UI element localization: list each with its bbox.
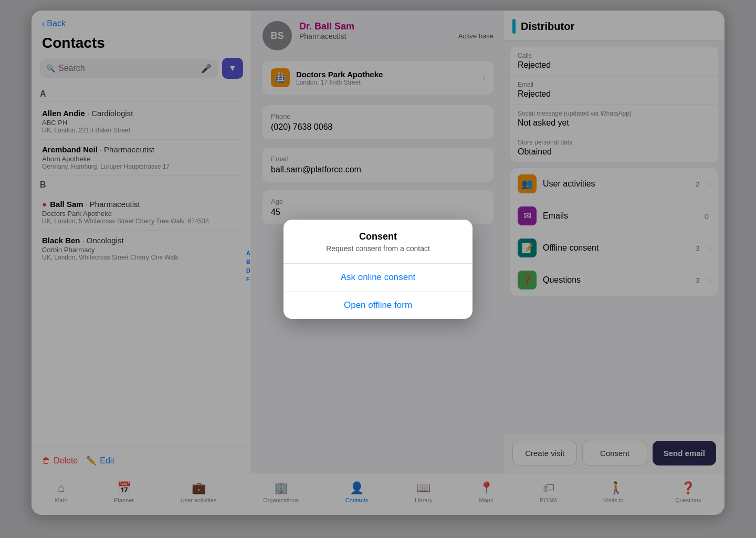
modal-header: Consent Request consent from a contact xyxy=(284,220,472,257)
modal-overlay[interactable]: Consent Request consent from a contact A… xyxy=(32,11,724,515)
modal-title: Consent xyxy=(294,231,462,242)
open-offline-form-button[interactable]: Open offline form xyxy=(284,292,472,319)
modal-subtitle: Request consent from a contact xyxy=(294,244,462,253)
ask-online-consent-button[interactable]: Ask online consent xyxy=(284,264,472,292)
consent-modal: Consent Request consent from a contact A… xyxy=(284,220,472,319)
app-container: ‹ Back Contacts 🔍 🎤 ▼ A B D xyxy=(32,11,724,515)
